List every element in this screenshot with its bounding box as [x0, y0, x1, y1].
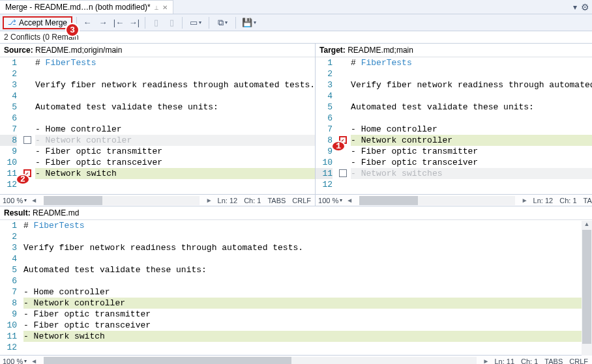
code-line[interactable]: Automated test validate these units:: [23, 264, 592, 275]
merge-panes: Source: README.md;origin/main 1234567891…: [0, 43, 592, 206]
code-line[interactable]: # FiberTests: [35, 57, 315, 68]
prev-diff-button[interactable]: |←: [112, 16, 125, 29]
conflict-checkbox[interactable]: [23, 136, 31, 144]
line-indicator: Ln: 12: [533, 197, 554, 204]
tab-strip-right: ▾ ⚙: [573, 0, 592, 14]
separator: [235, 17, 236, 29]
merge-toolbar: ⎇ Accept Merge 3 ← → |← →| ▯ ▯ ▭▾ ⧉▾ 💾▾: [0, 14, 592, 31]
horizontal-scrollbar[interactable]: ◄►: [29, 357, 490, 365]
conflicts-count: 2 Conflicts (0 Remain: [0, 31, 592, 43]
callout-1: 1: [331, 141, 346, 152]
tab-title: Merge - README.md…n (both modified)*: [5, 3, 151, 12]
code-line[interactable]: - Network switch: [23, 331, 592, 342]
code-line[interactable]: [35, 91, 315, 102]
code-line[interactable]: - Fiber optic transmitter: [23, 309, 592, 320]
code-line[interactable]: - Fiber optic transceiver: [35, 157, 315, 168]
horizontal-scrollbar[interactable]: ◄►: [29, 196, 213, 205]
code-line[interactable]: [351, 68, 592, 79]
indent-indicator[interactable]: TABS: [267, 197, 286, 204]
code-line[interactable]: [23, 253, 592, 264]
code-line[interactable]: - Home controller: [35, 124, 315, 135]
layout-left-icon[interactable]: ▯: [149, 16, 162, 29]
layout-panels-button[interactable]: ▭▾: [186, 16, 205, 29]
code-line[interactable]: [35, 68, 315, 79]
overflow-icon[interactable]: ▾: [573, 3, 577, 12]
result-status-bar: 100 %▾ ◄► Ln: 11 Ch: 1 TABS CRLF: [0, 355, 592, 364]
line-indicator: Ln: 11: [494, 357, 514, 365]
separator: [145, 17, 145, 29]
separator: [182, 17, 183, 29]
code-line[interactable]: [23, 342, 592, 353]
target-status-bar: 100 %▾ ◄► Ln: 12 Ch: 1 TABS CRLF: [316, 194, 592, 206]
col-indicator: Ch: 1: [559, 197, 576, 204]
separator: [209, 17, 209, 29]
target-editor[interactable]: 123456789101112 # FiberTestsVerify fiber…: [316, 57, 592, 194]
zoom-dropdown[interactable]: 100 %▾: [0, 197, 29, 204]
code-line[interactable]: Verify fiber network readiness through a…: [35, 79, 315, 91]
eol-indicator[interactable]: CRLF: [292, 197, 311, 204]
code-line[interactable]: [23, 275, 592, 287]
code-line[interactable]: - Home controller: [351, 124, 592, 135]
code-line[interactable]: - Home controller: [23, 287, 592, 298]
code-line[interactable]: - Fiber optic transmitter: [351, 146, 592, 157]
code-line[interactable]: 2- Network switch: [35, 168, 315, 179]
layout-right-icon[interactable]: ▯: [165, 16, 178, 29]
result-editor[interactable]: 123456789101112 # FiberTestsVerify fiber…: [0, 220, 592, 355]
code-line[interactable]: - Network switches: [351, 168, 592, 179]
indent-indicator[interactable]: TABS: [584, 197, 593, 204]
code-line[interactable]: 1- Network controller: [351, 135, 592, 146]
result-header: Result: README.md: [0, 206, 592, 220]
col-indicator: Ch: 1: [521, 357, 538, 365]
close-icon[interactable]: ✕: [162, 4, 168, 11]
code-line[interactable]: [351, 91, 592, 102]
merge-icon: ⎇: [8, 18, 16, 27]
target-header: Target: README.md;main: [316, 44, 592, 57]
code-line[interactable]: # FiberTests: [23, 220, 592, 231]
code-line[interactable]: - Fiber optic transmitter: [35, 146, 315, 157]
horizontal-scrollbar[interactable]: ◄►: [345, 196, 529, 205]
code-line[interactable]: [35, 113, 315, 124]
code-line[interactable]: [351, 113, 592, 124]
source-status-bar: 100 %▾ ◄► Ln: 12 Ch: 1 TABS CRLF: [0, 194, 315, 206]
code-line[interactable]: Automated test validate these units:: [35, 102, 315, 113]
code-line[interactable]: [35, 179, 315, 190]
zoom-dropdown[interactable]: 100 %▾: [316, 197, 345, 204]
code-line[interactable]: Verify fiber network readiness through a…: [351, 79, 592, 91]
line-indicator: Ln: 12: [218, 197, 238, 204]
result-pane: Result: README.md 123456789101112 # Fibe…: [0, 206, 592, 364]
conflict-checkbox[interactable]: [339, 169, 347, 177]
compare-mode-button[interactable]: ⧉▾: [213, 16, 231, 29]
col-indicator: Ch: 1: [244, 197, 261, 204]
prev-conflict-button[interactable]: ←: [81, 16, 94, 29]
accept-merge-label: Accept Merge: [19, 18, 67, 27]
code-line[interactable]: # FiberTests: [351, 57, 592, 68]
code-line[interactable]: - Fiber optic transceiver: [23, 320, 592, 331]
vertical-scrollbar[interactable]: ▲: [582, 221, 592, 356]
source-pane: Source: README.md;origin/main 1234567891…: [0, 44, 316, 206]
code-line[interactable]: - Network controler: [35, 135, 315, 146]
code-line[interactable]: [23, 231, 592, 242]
source-editor[interactable]: 123456789101112 # FiberTestsVerify fiber…: [0, 57, 315, 194]
callout-2: 2: [16, 174, 30, 185]
code-line[interactable]: - Fiber optic transceiver: [351, 157, 592, 168]
indent-indicator[interactable]: TABS: [544, 357, 563, 365]
code-line[interactable]: Automated test validate these units:: [351, 102, 592, 113]
source-header: Source: README.md;origin/main: [0, 44, 315, 57]
eol-indicator[interactable]: CRLF: [569, 357, 588, 365]
tab-strip: Merge - README.md…n (both modified)* ⟂ ✕…: [0, 0, 592, 14]
save-button[interactable]: 💾▾: [240, 16, 258, 29]
next-conflict-button[interactable]: →: [96, 16, 110, 29]
accept-merge-button[interactable]: ⎇ Accept Merge 3: [3, 16, 72, 29]
code-line[interactable]: Verify fiber network readiness through a…: [23, 242, 592, 253]
callout-3: 3: [65, 23, 80, 37]
gear-icon[interactable]: ⚙: [581, 2, 589, 12]
pin-icon[interactable]: ⟂: [155, 4, 158, 11]
code-line[interactable]: [351, 179, 592, 190]
next-diff-button[interactable]: →|: [128, 16, 141, 29]
zoom-dropdown[interactable]: 100 %▾: [0, 357, 29, 365]
code-line[interactable]: - Network controller: [23, 298, 592, 309]
document-tab[interactable]: Merge - README.md…n (both modified)* ⟂ ✕: [0, 0, 173, 14]
target-pane: Target: README.md;main 123456789101112 #…: [316, 44, 592, 206]
